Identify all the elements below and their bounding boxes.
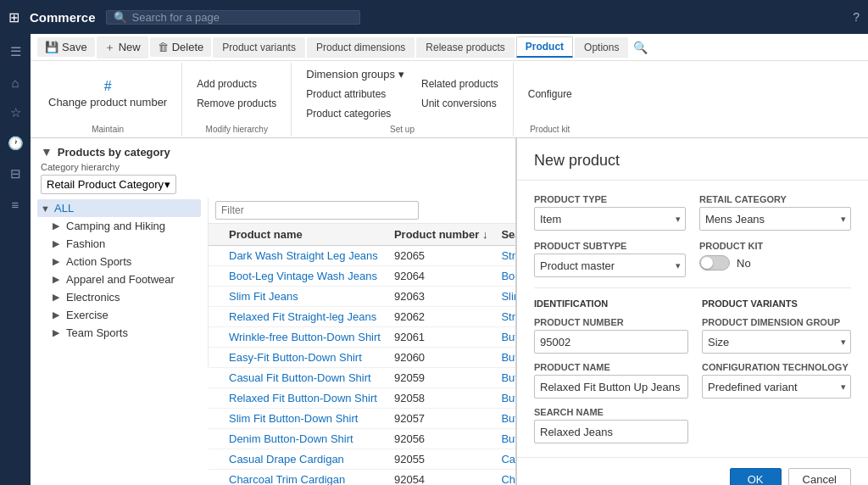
product-filter-input[interactable] [215, 201, 419, 220]
tree-item-exercise[interactable]: ▶ Exercise [37, 306, 201, 324]
product-name-cell[interactable]: Relaxed Fit Straight-leg Jeans [222, 307, 387, 327]
new-product-panel: New product Product type Item Service [516, 138, 868, 485]
product-name-cell[interactable]: Slim Fit Jeans [222, 287, 387, 307]
product-name-cell[interactable]: Slim Fit Button-Down Shirt [222, 409, 387, 429]
col-search-name[interactable]: Search name [494, 224, 515, 246]
search-name-input[interactable] [534, 420, 688, 443]
product-kit-toggle[interactable] [699, 255, 730, 270]
row-check[interactable] [209, 266, 222, 287]
col-product-name[interactable]: Product name [222, 224, 387, 246]
table-row[interactable]: Charcoal Trim Cardigan 92054 Charcoal Ca… [209, 470, 515, 486]
table-row[interactable]: Easy-Fit Button-Down Shirt 92060 Button-… [209, 348, 515, 368]
nav-home-icon[interactable]: ⌂ [1, 68, 30, 97]
tab-product-dimensions[interactable]: Product dimensions [307, 37, 415, 58]
ribbon-remove-products-btn[interactable]: Remove products [189, 94, 284, 113]
tree-item-electronics[interactable]: ▶ Electronics [37, 288, 201, 306]
tree-item-fashion[interactable]: ▶ Fashion [37, 235, 201, 253]
col-product-number[interactable]: Product number ↓ [387, 224, 495, 246]
row-check[interactable] [209, 327, 222, 348]
table-row[interactable]: Casual Drape Cardigan 92055 Casual Cardi… [209, 449, 515, 470]
row-check[interactable] [209, 409, 222, 429]
product-name-cell[interactable]: Boot-Leg Vintage Wash Jeans [222, 266, 387, 287]
product-subtype-select[interactable]: Product master Product [534, 254, 686, 277]
tree-expand-icon: ▶ [53, 220, 63, 231]
filter-icon[interactable]: ▼ [41, 145, 53, 159]
tab-release-products[interactable]: Release products [416, 37, 514, 58]
product-name-cell[interactable]: Easy-Fit Button-Down Shirt [222, 348, 387, 368]
nav-modules-icon[interactable]: ≡ [1, 190, 30, 219]
row-check[interactable] [209, 307, 222, 327]
nav-recent-icon[interactable]: 🕐 [1, 129, 30, 158]
product-name-cell[interactable]: Wrinkle-free Button-Down Shirt [222, 327, 387, 348]
ribbon-new-btn[interactable]: ＋ New [97, 36, 148, 59]
ribbon-add-products-btn[interactable]: Add products [189, 75, 284, 93]
row-check[interactable] [209, 348, 222, 368]
ribbon-related-products-btn[interactable]: Related products [414, 75, 506, 93]
product-number-input[interactable] [534, 330, 688, 354]
category-dropdown[interactable]: Retail Product Category ▾ [41, 175, 176, 194]
row-check[interactable] [209, 388, 222, 409]
ribbon-search-icon[interactable]: 🔍 [633, 41, 648, 54]
config-tech-select[interactable]: Predefined variant Dimension-based Const… [702, 375, 851, 399]
ribbon-product-categories-btn[interactable]: Product categories [298, 104, 412, 123]
product-name-input[interactable] [534, 375, 688, 399]
dimension-group-select[interactable]: Size Color Style [702, 330, 851, 354]
product-name-cell[interactable]: Casual Drape Cardigan [222, 449, 387, 470]
row-check[interactable] [209, 449, 222, 470]
search-name-cell: Straight-leg Jean [494, 307, 515, 327]
ribbon-dimension-groups-btn[interactable]: Dimension groups ▾ [298, 64, 412, 84]
row-check[interactable] [209, 368, 222, 388]
product-name-cell[interactable]: Denim Button-Down Shirt [222, 429, 387, 449]
ok-button[interactable]: OK [730, 468, 782, 485]
table-row[interactable]: Casual Fit Button-Down Shirt 92059 Butto… [209, 368, 515, 388]
ribbon-setup-subgroup2: Related products Unit conversions [414, 75, 506, 113]
table-row[interactable]: Slim Fit Button-Down Shirt 92057 Button-… [209, 409, 515, 429]
ribbon-product-attributes-btn[interactable]: Product attributes [298, 85, 412, 103]
table-row[interactable]: Wrinkle-free Button-Down Shirt 92061 But… [209, 327, 515, 348]
table-row[interactable]: Boot-Leg Vintage Wash Jeans 92064 Boot-L… [209, 266, 515, 287]
tab-options[interactable]: Options [575, 37, 628, 58]
ribbon-modify-subgroup: Add products Remove products [189, 75, 284, 113]
product-type-select[interactable]: Item Service [534, 207, 686, 231]
ribbon-group-productkit: Configure Product kit [514, 63, 587, 136]
product-number-cell: 92063 [387, 287, 495, 307]
tree-item-camping[interactable]: ▶ Camping and Hiking [37, 217, 201, 235]
row-check[interactable] [209, 246, 222, 266]
nav-menu-icon[interactable]: ☰ [1, 37, 30, 66]
tab-product[interactable]: Product [516, 36, 573, 58]
table-row[interactable]: Denim Button-Down Shirt 92056 Button-Dow… [209, 429, 515, 449]
help-icon[interactable]: ? [853, 10, 860, 24]
tree-item-action-sports[interactable]: ▶ Action Sports [37, 253, 201, 270]
tab-product-variants[interactable]: Product variants [213, 37, 305, 58]
table-row[interactable]: Relaxed Fit Button-Down Shirt 92058 Butt… [209, 388, 515, 409]
row-check[interactable] [209, 287, 222, 307]
cancel-button[interactable]: Cancel [788, 468, 851, 485]
ribbon-change-number-btn[interactable]: # Change product number [41, 75, 175, 112]
table-row[interactable]: Dark Wash Straight Leg Jeans 92065 Strai… [209, 246, 515, 266]
nav-favorite-icon[interactable]: ☆ [1, 98, 30, 127]
row-check[interactable] [209, 429, 222, 449]
product-name-cell[interactable]: Casual Fit Button-Down Shirt [222, 368, 387, 388]
product-name-cell[interactable]: Charcoal Trim Cardigan [222, 470, 387, 486]
global-search[interactable]: 🔍 [106, 10, 360, 25]
tree-item-all[interactable]: ▼ ALL [37, 199, 201, 217]
tree-item-team-sports[interactable]: ▶ Team Sports [37, 324, 201, 342]
row-check[interactable] [209, 470, 222, 486]
product-name-cell[interactable]: Relaxed Fit Button-Down Shirt [222, 388, 387, 409]
category-label: Category hierarchy [41, 162, 505, 172]
product-variants-section: PRODUCT VARIANTS Product dimension group… [702, 295, 851, 443]
nav-workspaces-icon[interactable]: ⊟ [1, 159, 30, 188]
search-input[interactable] [132, 11, 353, 24]
ribbon-delete-btn[interactable]: 🗑 Delete [150, 37, 212, 57]
tree-item-apparel[interactable]: ▶ Apparel and Footwear [37, 270, 201, 288]
table-row[interactable]: Slim Fit Jeans 92063 Slim Fit Jeans [209, 287, 515, 307]
form-group-search-name: Search name [534, 407, 688, 443]
table-row[interactable]: Relaxed Fit Straight-leg Jeans 92062 Str… [209, 307, 515, 327]
product-name-cell[interactable]: Dark Wash Straight Leg Jeans [222, 246, 387, 266]
app-grid-icon[interactable]: ⊞ [8, 9, 19, 25]
ribbon-save-btn[interactable]: 💾 Save [37, 37, 95, 57]
ribbon-configure-btn[interactable]: Configure [520, 85, 580, 103]
product-number-label: Product number [534, 317, 688, 327]
retail-category-select[interactable]: Mens Jeans Womens Jeans Fashion [699, 207, 851, 231]
ribbon-unit-conversions-btn[interactable]: Unit conversions [414, 94, 506, 113]
